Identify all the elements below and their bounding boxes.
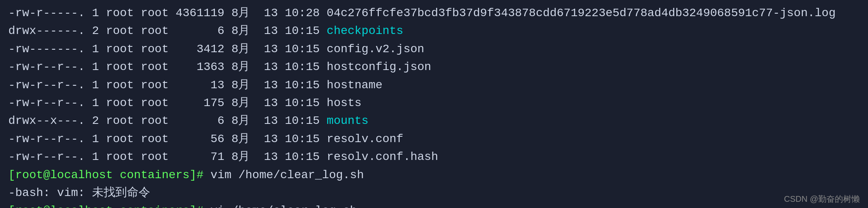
terminal-line: -bash: vim: 未找到命令	[8, 184, 860, 202]
terminal-line: drwx------. 2 root root 6 8月 13 10:15 ch…	[8, 22, 860, 40]
terminal-line: drwx--x---. 2 root root 6 8月 13 10:15 mo…	[8, 112, 860, 130]
terminal-line: -rw-r--r--. 1 root root 1363 8月 13 10:15…	[8, 58, 860, 76]
terminal-line: -rw-r--r--. 1 root root 56 8月 13 10:15 r…	[8, 130, 860, 148]
terminal: -rw-r-----. 1 root root 4361119 8月 13 10…	[0, 0, 868, 208]
terminal-line: [root@localhost containers]# vim /home/c…	[8, 166, 860, 184]
terminal-line: -rw-------. 1 root root 3412 8月 13 10:15…	[8, 40, 860, 58]
terminal-line: -rw-r-----. 1 root root 4361119 8月 13 10…	[8, 4, 860, 22]
terminal-line: -rw-r--r--. 1 root root 13 8月 13 10:15 h…	[8, 76, 860, 94]
terminal-line: [root@localhost containers]# vi /home/cl…	[8, 202, 860, 208]
terminal-line: -rw-r--r--. 1 root root 175 8月 13 10:15 …	[8, 94, 860, 112]
terminal-line: -rw-r--r--. 1 root root 71 8月 13 10:15 r…	[8, 148, 860, 166]
watermark: CSDN @勤奋的树懒	[784, 193, 860, 205]
